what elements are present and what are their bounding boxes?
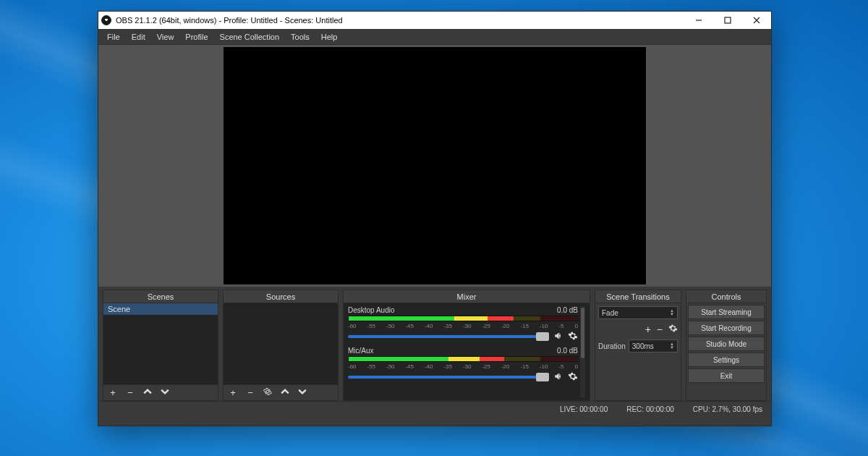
track-ticks: -60-55-50-45-40-35-30-25-20-15-10-50: [348, 323, 578, 329]
app-window: OBS 21.1.2 (64bit, windows) - Profile: U…: [98, 11, 772, 426]
track-db: 0.0 dB: [557, 306, 578, 314]
scenes-list[interactable]: Scene: [103, 303, 218, 384]
titlebar: OBS 21.1.2 (64bit, windows) - Profile: U…: [98, 12, 771, 29]
docks-row: Scenes Scene + − Sources + −: [98, 287, 771, 401]
mixer-track-mic-aux: Mic/Aux 0.0 dB -60-55-50-45-40-35-30-25-…: [348, 347, 578, 383]
status-cpu: CPU: 2.7%, 30.00 fps: [693, 405, 762, 413]
start-recording-button[interactable]: Start Recording: [688, 321, 765, 335]
track-volume-slider[interactable]: [348, 335, 549, 338]
close-button[interactable]: [742, 12, 771, 29]
gear-icon[interactable]: [568, 371, 578, 383]
scenes-dock: Scenes Scene + −: [103, 290, 218, 401]
studio-mode-button[interactable]: Studio Mode: [688, 337, 765, 351]
mixer-header: Mixer: [344, 290, 590, 303]
track-name: Mic/Aux: [348, 347, 374, 355]
minimize-button[interactable]: [684, 12, 713, 29]
scenes-header: Scenes: [103, 290, 218, 303]
transition-gear-button[interactable]: [668, 324, 678, 335]
track-db: 0.0 dB: [557, 347, 578, 355]
mixer-tracks: Desktop Audio 0.0 dB -60-55-50-45-40-35-…: [348, 306, 578, 397]
controls-header: Controls: [686, 290, 766, 303]
sources-toolbar: + −: [224, 384, 338, 400]
scene-item[interactable]: Scene: [103, 303, 218, 315]
sources-list[interactable]: [224, 303, 338, 384]
gear-icon[interactable]: [568, 331, 578, 342]
scenes-up-button[interactable]: [142, 387, 153, 398]
menu-scene-collection[interactable]: Scene Collection: [214, 33, 286, 41]
menu-tools[interactable]: Tools: [285, 33, 315, 41]
mixer-scrollbar[interactable]: [579, 306, 585, 397]
preview-canvas[interactable]: [224, 47, 646, 284]
speaker-icon[interactable]: [553, 371, 563, 383]
sources-gear-button[interactable]: [263, 387, 273, 398]
controls-dock: Controls Start Streaming Start Recording…: [686, 290, 767, 401]
chevron-updown-icon: ▲▼: [670, 342, 674, 350]
svg-rect-0: [725, 17, 731, 23]
menu-view[interactable]: View: [151, 33, 180, 41]
scenes-down-button[interactable]: [160, 387, 170, 398]
mixer-track-desktop-audio: Desktop Audio 0.0 dB -60-55-50-45-40-35-…: [348, 306, 578, 342]
settings-button[interactable]: Settings: [688, 352, 765, 367]
transition-selected: Fade: [602, 309, 618, 317]
maximize-button[interactable]: [713, 12, 742, 29]
chevron-updown-icon: ▲▼: [670, 309, 674, 316]
sources-down-button[interactable]: [297, 387, 307, 398]
menu-profile[interactable]: Profile: [179, 33, 213, 41]
sources-up-button[interactable]: [280, 387, 290, 398]
transition-add-button[interactable]: +: [645, 324, 651, 335]
menubar: File Edit View Profile Scene Collection …: [98, 29, 771, 45]
menu-edit[interactable]: Edit: [126, 33, 151, 41]
duration-input[interactable]: 300ms ▲▼: [629, 339, 678, 352]
track-name: Desktop Audio: [348, 306, 395, 314]
transitions-dock: Scene Transitions Fade ▲▼ + − Duration 3: [595, 290, 681, 401]
duration-value: 300ms: [632, 342, 654, 350]
start-streaming-button[interactable]: Start Streaming: [688, 305, 765, 319]
window-title: OBS 21.1.2 (64bit, windows) - Profile: U…: [116, 16, 684, 25]
track-ticks: -60-55-50-45-40-35-30-25-20-15-10-50: [348, 363, 578, 370]
transition-remove-button[interactable]: −: [657, 324, 663, 335]
status-live: LIVE: 00:00:00: [560, 405, 608, 413]
sources-add-button[interactable]: +: [228, 387, 238, 398]
menu-file[interactable]: File: [101, 33, 126, 41]
transitions-header: Scene Transitions: [595, 290, 681, 303]
sources-dock: Sources + −: [223, 290, 339, 401]
track-volume-slider[interactable]: [348, 376, 549, 379]
duration-label: Duration: [598, 342, 626, 350]
sources-remove-button[interactable]: −: [245, 387, 255, 398]
preview-area: [98, 45, 771, 287]
status-rec: REC: 00:00:00: [626, 405, 674, 413]
speaker-icon[interactable]: [553, 331, 563, 342]
track-meter: [348, 316, 578, 321]
app-icon: [101, 15, 111, 25]
exit-button[interactable]: Exit: [688, 368, 765, 383]
menu-help[interactable]: Help: [315, 33, 344, 41]
scenes-add-button[interactable]: +: [108, 387, 118, 398]
scenes-remove-button[interactable]: −: [125, 387, 135, 398]
sources-header: Sources: [224, 290, 338, 303]
mixer-dock: Mixer Desktop Audio 0.0 dB -60-55-50-45-…: [343, 290, 590, 401]
track-meter: [348, 356, 578, 362]
statusbar: LIVE: 00:00:00 REC: 00:00:00 CPU: 2.7%, …: [98, 401, 771, 417]
scenes-toolbar: + −: [103, 384, 218, 400]
window-buttons: [684, 12, 771, 29]
transition-select[interactable]: Fade ▲▼: [598, 306, 678, 319]
